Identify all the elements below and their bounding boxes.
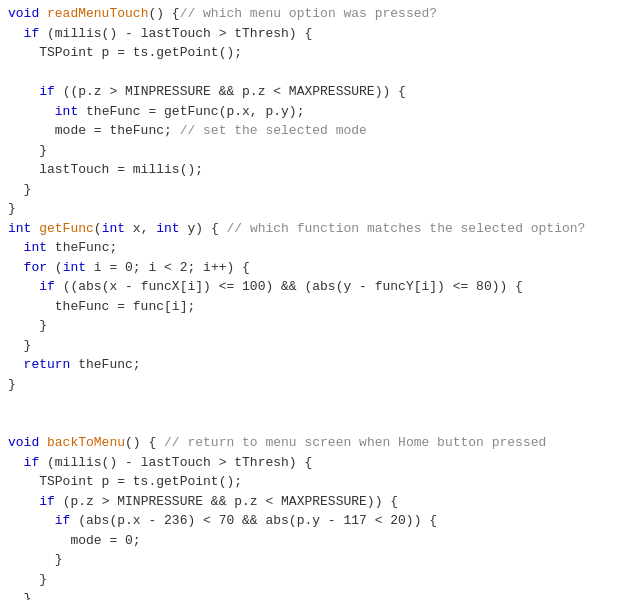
code-line: } bbox=[8, 550, 624, 570]
token-kw: void bbox=[8, 6, 47, 21]
code-line: } bbox=[8, 316, 624, 336]
token-plain: ((abs(x - funcX[i]) <= 100) && (abs(y - … bbox=[63, 279, 523, 294]
token-plain: ( bbox=[94, 221, 102, 236]
token-plain: } bbox=[8, 591, 31, 600]
code-line: if (millis() - lastTouch > tThresh) { bbox=[8, 24, 624, 44]
code-line: lastTouch = millis(); bbox=[8, 160, 624, 180]
token-plain: (millis() - lastTouch > tThresh) { bbox=[47, 455, 312, 470]
token-cm: // set the selected mode bbox=[180, 123, 367, 138]
token-plain: (abs(p.x - 236) < 70 && abs(p.y - 117 < … bbox=[78, 513, 437, 528]
token-plain bbox=[8, 455, 24, 470]
token-fn: getFunc bbox=[39, 221, 94, 236]
token-plain bbox=[8, 357, 24, 372]
token-fn: readMenuTouch bbox=[47, 6, 148, 21]
token-kw: int bbox=[102, 221, 133, 236]
token-kw: for bbox=[24, 260, 55, 275]
code-line bbox=[8, 63, 624, 83]
code-editor: void readMenuTouch() {// which menu opti… bbox=[8, 4, 624, 600]
token-kw: int bbox=[63, 260, 94, 275]
code-line: if ((p.z > MINPRESSURE && p.z < MAXPRESS… bbox=[8, 82, 624, 102]
token-plain bbox=[8, 494, 39, 509]
token-plain: theFunc = getFunc(p.x, p.y); bbox=[86, 104, 304, 119]
code-line: } bbox=[8, 336, 624, 356]
code-line: void readMenuTouch() {// which menu opti… bbox=[8, 4, 624, 24]
code-line: } bbox=[8, 570, 624, 590]
code-line bbox=[8, 414, 624, 434]
code-line: return theFunc; bbox=[8, 355, 624, 375]
token-kw: return bbox=[24, 357, 79, 372]
token-plain: () { bbox=[125, 435, 164, 450]
token-kw: int bbox=[24, 240, 55, 255]
token-kw: if bbox=[39, 279, 62, 294]
code-line bbox=[8, 394, 624, 414]
code-line: mode = 0; bbox=[8, 531, 624, 551]
token-plain: } bbox=[8, 143, 47, 158]
token-plain: (p.z > MINPRESSURE && p.z < MAXPRESSURE)… bbox=[63, 494, 398, 509]
token-plain: } bbox=[8, 552, 63, 567]
token-cm: // return to menu screen when Home butto… bbox=[164, 435, 546, 450]
token-plain: ( bbox=[55, 260, 63, 275]
code-line: int theFunc = getFunc(p.x, p.y); bbox=[8, 102, 624, 122]
code-line: } bbox=[8, 141, 624, 161]
code-line: TSPoint p = ts.getPoint(); bbox=[8, 472, 624, 492]
token-plain: TSPoint p = ts.getPoint(); bbox=[8, 474, 242, 489]
token-kw: int bbox=[55, 104, 86, 119]
code-line: void backToMenu() { // return to menu sc… bbox=[8, 433, 624, 453]
token-plain: () { bbox=[148, 6, 179, 21]
token-plain bbox=[8, 279, 39, 294]
token-plain: } bbox=[8, 201, 16, 216]
token-plain: ((p.z > MINPRESSURE && p.z < MAXPRESSURE… bbox=[63, 84, 406, 99]
token-kw: if bbox=[55, 513, 78, 528]
token-cm: // which function matches the selected o… bbox=[227, 221, 586, 236]
code-line: } bbox=[8, 375, 624, 395]
token-plain bbox=[8, 84, 39, 99]
token-plain: x, bbox=[133, 221, 156, 236]
token-plain bbox=[8, 240, 24, 255]
token-plain: } bbox=[8, 377, 16, 392]
token-cm: // which menu option was pressed? bbox=[180, 6, 437, 21]
code-line: mode = theFunc; // set the selected mode bbox=[8, 121, 624, 141]
token-plain bbox=[8, 104, 55, 119]
code-line: if (millis() - lastTouch > tThresh) { bbox=[8, 453, 624, 473]
code-line: int getFunc(int x, int y) { // which fun… bbox=[8, 219, 624, 239]
token-plain bbox=[8, 260, 24, 275]
code-line: if (abs(p.x - 236) < 70 && abs(p.y - 117… bbox=[8, 511, 624, 531]
token-plain: } bbox=[8, 318, 47, 333]
token-plain: y) { bbox=[187, 221, 226, 236]
code-line: if (p.z > MINPRESSURE && p.z < MAXPRESSU… bbox=[8, 492, 624, 512]
token-kw: int bbox=[8, 221, 39, 236]
token-kw: if bbox=[39, 494, 62, 509]
code-line: theFunc = func[i]; bbox=[8, 297, 624, 317]
token-plain: lastTouch = millis(); bbox=[8, 162, 203, 177]
code-line: if ((abs(x - funcX[i]) <= 100) && (abs(y… bbox=[8, 277, 624, 297]
token-kw: void bbox=[8, 435, 47, 450]
token-plain: mode = theFunc; bbox=[8, 123, 180, 138]
token-kw: int bbox=[156, 221, 187, 236]
code-line: } bbox=[8, 589, 624, 600]
token-plain bbox=[8, 513, 55, 528]
token-plain: } bbox=[8, 572, 47, 587]
token-plain: theFunc; bbox=[78, 357, 140, 372]
code-line: for (int i = 0; i < 2; i++) { bbox=[8, 258, 624, 278]
token-kw: if bbox=[24, 26, 47, 41]
token-plain bbox=[8, 26, 24, 41]
code-line: TSPoint p = ts.getPoint(); bbox=[8, 43, 624, 63]
token-plain: theFunc = func[i]; bbox=[8, 299, 195, 314]
token-plain: } bbox=[8, 338, 31, 353]
code-line: int theFunc; bbox=[8, 238, 624, 258]
token-kw: if bbox=[39, 84, 62, 99]
token-plain: i = 0; i < 2; i++) { bbox=[94, 260, 250, 275]
token-fn: backToMenu bbox=[47, 435, 125, 450]
token-plain: theFunc; bbox=[55, 240, 117, 255]
token-plain: TSPoint p = ts.getPoint(); bbox=[8, 45, 242, 60]
token-plain: mode = 0; bbox=[8, 533, 141, 548]
code-line: } bbox=[8, 199, 624, 219]
token-kw: if bbox=[24, 455, 47, 470]
code-line: } bbox=[8, 180, 624, 200]
token-plain: } bbox=[8, 182, 31, 197]
token-plain: (millis() - lastTouch > tThresh) { bbox=[47, 26, 312, 41]
